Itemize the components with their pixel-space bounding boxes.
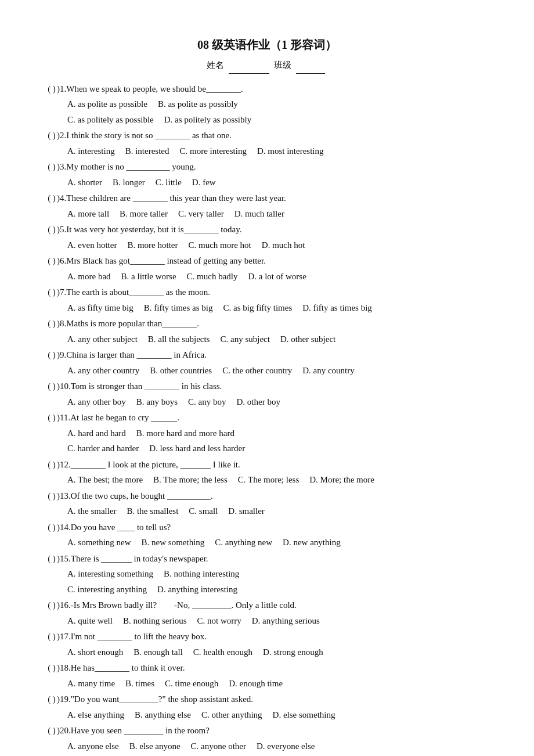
option-item[interactable]: C. health enough — [193, 645, 252, 660]
option-item[interactable]: D. smaller — [228, 504, 264, 519]
option-item[interactable]: B. fifty times as big — [144, 301, 213, 316]
option-item[interactable]: A. even hotter — [67, 238, 117, 253]
option-item[interactable]: D. much hot — [262, 238, 305, 253]
option-item[interactable]: C. The more; less — [238, 473, 300, 488]
option-item[interactable]: D. everyone else — [257, 739, 315, 754]
answer-paren[interactable]: ( ) — [46, 520, 57, 535]
option-item[interactable]: C. anyone other — [191, 739, 246, 754]
option-item[interactable]: C. very taller — [178, 207, 224, 222]
answer-paren[interactable]: ( ) — [46, 552, 57, 567]
option-item[interactable]: A. more bad — [67, 269, 111, 285]
option-item[interactable]: A. something new — [67, 535, 131, 550]
option-item[interactable]: D. More; the more — [309, 473, 374, 488]
option-item[interactable]: C. little — [156, 175, 182, 190]
option-item[interactable]: A. anyone else — [67, 739, 119, 754]
option-item[interactable]: D. other boy — [236, 395, 280, 410]
option-item[interactable]: C. as politely as possible — [67, 113, 154, 128]
option-item[interactable]: D. much taller — [234, 207, 284, 222]
option-item[interactable]: C. any boy — [188, 395, 226, 410]
answer-paren[interactable]: ( ) — [46, 489, 57, 504]
option-item[interactable]: B. times — [125, 676, 154, 692]
option-item[interactable]: B. more hotter — [127, 238, 178, 253]
option-item[interactable]: A. any other boy — [67, 395, 126, 410]
option-item[interactable]: A. more tall — [67, 207, 109, 222]
answer-paren[interactable]: ( ) — [46, 411, 57, 426]
option-item[interactable]: D. anything serious — [252, 614, 320, 629]
option-item[interactable]: A. quite well — [67, 614, 113, 629]
option-item[interactable]: B. as polite as possibly — [158, 97, 238, 112]
option-item[interactable]: C. any subject — [220, 332, 269, 347]
option-item[interactable]: D. anything interesting — [157, 582, 237, 597]
option-item[interactable]: B. other countries — [150, 363, 212, 379]
option-item[interactable]: B. more hard and more hard — [136, 426, 234, 441]
answer-paren[interactable]: ( ) — [46, 191, 57, 206]
option-item[interactable]: B. any boys — [136, 395, 178, 410]
option-item[interactable]: A. as polite as possible — [67, 97, 147, 112]
option-item[interactable]: C. other anything — [201, 708, 262, 723]
option-item[interactable]: A. hard and hard — [67, 426, 126, 441]
option-item[interactable]: B. The more; the less — [153, 473, 228, 488]
option-item[interactable]: D. else something — [273, 708, 335, 723]
option-item[interactable]: A. The best; the more — [67, 473, 143, 488]
class-blank[interactable] — [296, 58, 325, 74]
option-item[interactable]: B. a little worse — [121, 269, 176, 285]
answer-paren[interactable]: ( ) — [46, 348, 57, 363]
answer-paren[interactable]: ( ) — [46, 629, 57, 645]
answer-paren[interactable]: ( ) — [46, 723, 57, 739]
option-item[interactable]: D. most interesting — [257, 144, 324, 159]
answer-paren[interactable]: ( ) — [46, 82, 57, 97]
answer-paren[interactable]: ( ) — [46, 285, 57, 300]
option-item[interactable]: C. anything new — [215, 535, 272, 550]
answer-paren[interactable]: ( ) — [46, 379, 57, 394]
option-item[interactable]: D. new anything — [283, 535, 341, 550]
option-item[interactable]: B. longer — [113, 175, 145, 190]
option-item[interactable]: B. new something — [142, 535, 205, 550]
option-item[interactable]: D. less hard and less harder — [149, 441, 245, 456]
answer-paren[interactable]: ( ) — [46, 458, 57, 473]
option-item[interactable]: D. other subject — [280, 332, 335, 347]
option-item[interactable]: C. more interesting — [179, 144, 246, 159]
option-item[interactable]: C. as big fifty times — [223, 301, 292, 316]
answer-paren[interactable]: ( ) — [46, 128, 57, 143]
answer-paren[interactable]: ( ) — [46, 316, 57, 332]
option-item[interactable]: C. the other country — [222, 363, 292, 379]
option-item[interactable]: A. any other subject — [67, 332, 138, 347]
answer-paren[interactable]: ( ) — [46, 160, 57, 175]
option-item[interactable]: A. the smaller — [67, 504, 117, 519]
option-item[interactable]: D. fifty as times big — [302, 301, 372, 316]
option-item[interactable]: D. enough time — [229, 676, 283, 692]
option-item[interactable]: C. much badly — [187, 269, 238, 285]
option-item[interactable]: A. interesting something — [67, 567, 153, 582]
option-item[interactable]: C. interesting anything — [67, 582, 147, 597]
option-item[interactable]: B. interested — [125, 144, 169, 159]
option-item[interactable]: A. interesting — [67, 144, 115, 159]
answer-paren[interactable]: ( ) — [46, 598, 57, 613]
option-item[interactable]: B. all the subjects — [148, 332, 210, 347]
answer-paren[interactable]: ( ) — [46, 661, 57, 676]
option-item[interactable]: B. else anyone — [129, 739, 181, 754]
option-item[interactable]: C. small — [189, 504, 218, 519]
option-item[interactable]: A. any other country — [67, 363, 139, 379]
option-item[interactable]: D. a lot of worse — [248, 269, 306, 285]
option-item[interactable]: B. nothing serious — [123, 614, 187, 629]
option-item[interactable]: D. as politely as possibly — [164, 113, 251, 128]
option-item[interactable]: C. not worry — [197, 614, 241, 629]
option-item[interactable]: C. harder and harder — [67, 441, 139, 456]
option-item[interactable]: A. short enough — [67, 645, 123, 660]
option-item[interactable]: A. else anything — [67, 708, 124, 723]
name-blank[interactable] — [229, 58, 269, 74]
option-item[interactable]: A. shorter — [67, 175, 102, 190]
answer-paren[interactable]: ( ) — [46, 692, 57, 707]
option-item[interactable]: B. anything else — [135, 708, 191, 723]
option-item[interactable]: B. nothing interesting — [164, 567, 239, 582]
option-item[interactable]: C. time enough — [165, 676, 218, 692]
option-item[interactable]: C. much more hot — [188, 238, 251, 253]
option-item[interactable]: A. many time — [67, 676, 115, 692]
answer-paren[interactable]: ( ) — [46, 254, 57, 269]
option-item[interactable]: B. more taller — [120, 207, 168, 222]
option-item[interactable]: B. enough tall — [134, 645, 183, 660]
answer-paren[interactable]: ( ) — [46, 222, 57, 237]
option-item[interactable]: A. as fifty time big — [67, 301, 134, 316]
option-item[interactable]: D. strong enough — [263, 645, 323, 660]
option-item[interactable]: B. the smallest — [127, 504, 179, 519]
